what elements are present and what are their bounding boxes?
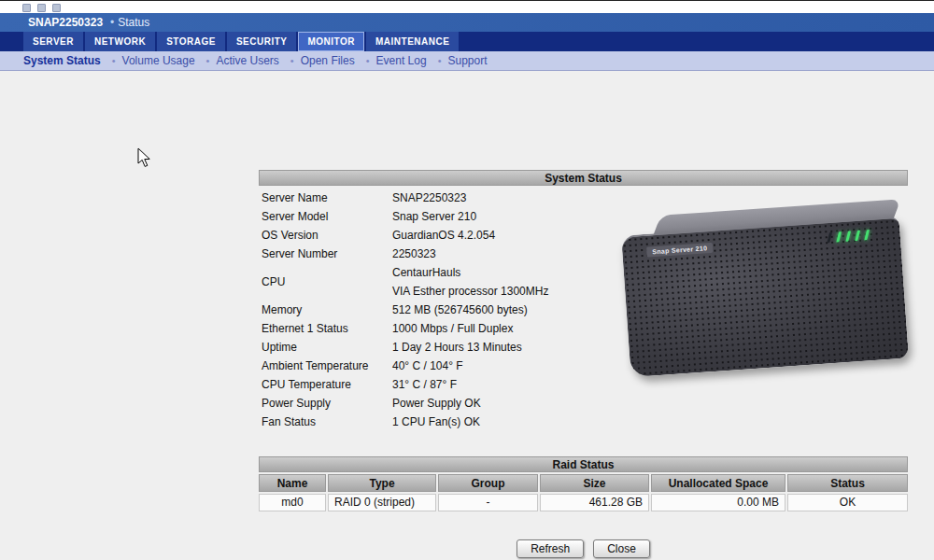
- tab-monitor[interactable]: MONITOR: [298, 32, 364, 51]
- raid-cell-size: 461.28 GB: [540, 494, 649, 511]
- raid-cell-unallocated-space: 0.00 MB: [651, 494, 785, 511]
- raid-cell-status: OK: [787, 494, 908, 511]
- status-label: Fan Status: [262, 415, 392, 428]
- status-label: Uptime: [262, 341, 392, 354]
- bullet-separator: •: [366, 55, 370, 66]
- status-value: 1 Day 2 Hours 13 Minutes: [392, 341, 635, 354]
- raid-cell-name: md0: [259, 494, 326, 511]
- raid-col-status: Status: [787, 474, 908, 492]
- status-row-power-supply: Power SupplyPower Supply OK: [262, 394, 635, 413]
- raid-col-name: Name: [259, 474, 326, 492]
- status-row-ethernet-1-status: Ethernet 1 Status1000 Mbps / Full Duplex: [262, 319, 635, 338]
- system-status-table: Server NameSNAP2250323Server ModelSnap S…: [262, 189, 635, 431]
- status-label: CPU: [262, 275, 392, 288]
- status-row-memory: Memory512 MB (526745600 bytes): [262, 301, 635, 319]
- subnav-open-files[interactable]: Open Files: [301, 54, 355, 67]
- raid-col-unallocated-space: Unallocated Space: [651, 474, 785, 492]
- status-label: CPU Temperature: [262, 378, 392, 391]
- subnav-support[interactable]: Support: [447, 54, 487, 67]
- bullet-separator: •: [112, 55, 116, 66]
- status-row-uptime: Uptime1 Day 2 Hours 13 Minutes: [262, 338, 635, 357]
- status-row-server-name: Server NameSNAP2250323: [262, 189, 635, 207]
- home-icon[interactable]: [52, 4, 61, 12]
- status-row-cpu: CPUCentaurHaulsVIA Esther processor 1300…: [262, 263, 635, 301]
- status-row-ambient-temperature: Ambient Temperature40° C / 104° F: [262, 357, 635, 375]
- tab-network[interactable]: NETWORK: [85, 32, 155, 51]
- status-value: 1 CPU Fan(s) OK: [392, 415, 635, 428]
- status-value: 31° C / 87° F: [392, 378, 635, 391]
- status-label: Memory: [262, 303, 392, 316]
- system-status-header: System Status: [259, 170, 908, 186]
- titlebar-page-name: Status: [118, 16, 149, 29]
- subnav-system-status[interactable]: System Status: [23, 54, 101, 67]
- subnav: System Status•Volume Usage•Active Users•…: [0, 51, 934, 71]
- titlebar-bullet: •: [110, 16, 114, 29]
- status-row-server-number: Server Number2250323: [262, 245, 635, 263]
- status-label: Power Supply: [262, 397, 392, 410]
- close-button[interactable]: Close: [593, 539, 650, 558]
- browser-chrome-strip: [0, 0, 934, 13]
- status-label: Ethernet 1 Status: [262, 322, 392, 335]
- device-model-label: Snap Server 210: [646, 243, 714, 258]
- status-value: Power Supply OK: [392, 397, 635, 410]
- status-value: CentaurHaulsVIA Esther processor 1300MHz: [392, 263, 635, 301]
- tab-maintenance[interactable]: MAINTENANCE: [366, 32, 459, 51]
- raid-col-size: Size: [540, 474, 649, 492]
- tab-server[interactable]: SERVER: [23, 32, 83, 51]
- status-row-os-version: OS VersionGuardianOS 4.2.054: [262, 226, 635, 245]
- status-value: GuardianOS 4.2.054: [392, 229, 635, 242]
- page-icon[interactable]: [22, 4, 31, 12]
- status-value: SNAP2250323: [392, 191, 635, 204]
- device-led-indicators: [828, 230, 869, 243]
- titlebar: SNAP2250323•Status: [0, 13, 934, 32]
- subnav-event-log[interactable]: Event Log: [376, 54, 427, 67]
- titlebar-server-name: SNAP2250323: [28, 16, 103, 29]
- status-label: OS Version: [262, 229, 392, 242]
- bullet-separator: •: [290, 55, 294, 66]
- snap-server-admin-page: nce SNAP2250323•Status SERVERNETWORKSTOR…: [0, 0, 934, 560]
- mail-icon[interactable]: [37, 4, 46, 12]
- raid-col-type: Type: [328, 474, 436, 492]
- status-value: 512 MB (526745600 bytes): [392, 303, 635, 316]
- subnav-volume-usage[interactable]: Volume Usage: [122, 54, 195, 67]
- tab-storage[interactable]: STORAGE: [157, 32, 225, 51]
- content-area: System Status Server NameSNAP2250323Serv…: [0, 71, 934, 560]
- status-row-server-model: Server ModelSnap Server 210: [262, 207, 635, 226]
- mouse-cursor: [137, 147, 152, 168]
- status-label: Ambient Temperature: [262, 359, 392, 372]
- raid-status-header: Raid Status: [259, 456, 908, 472]
- raid-col-group: Group: [438, 474, 538, 492]
- main-nav: SERVERNETWORKSTORAGESECURITYMONITORMAINT…: [0, 32, 934, 51]
- status-value: 2250323: [392, 247, 635, 260]
- device-image: Snap Server 210: [624, 203, 908, 376]
- status-value: 1000 Mbps / Full Duplex: [392, 322, 635, 335]
- status-row-cpu-temperature: CPU Temperature31° C / 87° F: [262, 375, 635, 394]
- raid-table: NameTypeGroupSizeUnallocated SpaceStatus…: [259, 474, 908, 511]
- status-label: Server Model: [262, 210, 392, 223]
- subnav-active-users[interactable]: Active Users: [216, 54, 278, 67]
- button-row: Refresh Close: [259, 539, 908, 558]
- raid-cell-group: -: [438, 494, 538, 511]
- bullet-separator: •: [206, 55, 210, 66]
- device-front-face: Snap Server 210: [621, 217, 909, 377]
- status-value: Snap Server 210: [392, 210, 635, 223]
- status-value: 40° C / 104° F: [392, 359, 635, 372]
- refresh-button[interactable]: Refresh: [517, 539, 584, 558]
- tab-security[interactable]: SECURITY: [227, 32, 297, 51]
- status-row-fan-status: Fan Status1 CPU Fan(s) OK: [262, 413, 635, 431]
- status-label: Server Number: [262, 247, 392, 260]
- bullet-separator: •: [438, 55, 442, 66]
- raid-cell-type: RAID 0 (striped): [328, 494, 436, 511]
- status-label: Server Name: [262, 191, 392, 204]
